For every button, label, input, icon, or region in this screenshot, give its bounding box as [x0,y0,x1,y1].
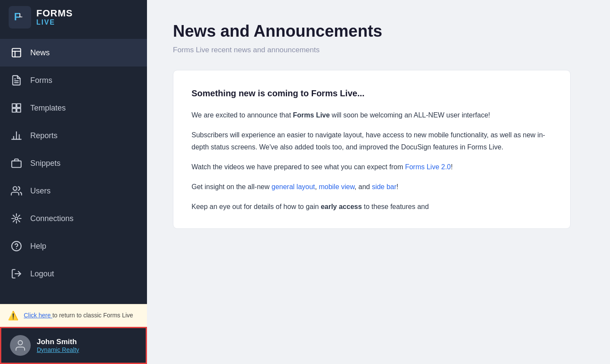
logo-container: F L FORMS LIVE [0,0,147,35]
help-icon [10,240,22,252]
sidebar-item-snippets-label: Snippets [30,159,61,168]
forms-icon [10,74,22,86]
user-profile[interactable]: John Smith Dynamic Realty [0,327,147,364]
sidebar-item-news[interactable]: News [0,39,147,66]
sidebar-item-users-label: Users [30,187,51,196]
user-name: John Smith [37,338,79,346]
article-para-4: Get insight on the all-new general layou… [192,181,552,193]
snippets-icon [10,157,22,169]
svg-rect-16 [12,161,21,168]
article-para5-post: to these features and [362,203,429,210]
article-para3-post: ! [451,163,453,171]
templates-icon [10,102,22,114]
sidebar: F L FORMS LIVE News [0,0,147,364]
side-bar-link[interactable]: side bar [372,183,396,190]
sidebar-item-logout[interactable]: Logout [0,260,147,288]
svg-point-22 [18,341,22,345]
article-para-2: Subscribers will experience an easier to… [192,129,552,153]
user-company[interactable]: Dynamic Realty [37,346,79,353]
article-para-3: Watch the videos we have prepared to see… [192,161,552,173]
sidebar-item-forms[interactable]: Forms [0,66,147,94]
logo-text: FORMS LIVE [36,8,73,26]
sidebar-item-snippets[interactable]: Snippets [0,149,147,177]
mobile-view-link[interactable]: mobile view [319,183,355,190]
news-icon [10,47,22,59]
svg-rect-10 [12,108,16,112]
warning-banner: ⚠️ Click here to return to classic Forms… [0,304,147,327]
sidebar-item-logout-label: Logout [30,269,54,279]
sidebar-item-help-label: Help [30,242,46,251]
article-body: We are excited to announce that Forms Li… [192,109,552,213]
sidebar-item-forms-label: Forms [30,76,52,85]
article-para4-pre: Get insight on the all-new [192,183,271,190]
sidebar-nav: News Forms [0,35,147,292]
article-para-1: We are excited to announce that Forms Li… [192,109,552,121]
logo-icon: F L [9,6,31,28]
svg-rect-8 [12,104,16,108]
user-info: John Smith Dynamic Realty [37,338,79,353]
sidebar-nav-wrapper[interactable]: News Forms [0,35,147,304]
article-para3-pre: Watch the videos we have prepared to see… [192,163,405,171]
sidebar-item-users[interactable]: Users [0,177,147,205]
sidebar-item-reports-label: Reports [30,131,57,140]
article-card: Something new is coming to Forms Live...… [173,70,571,229]
article-para1-post: will soon be welcoming an ALL-NEW user i… [330,111,490,119]
sidebar-item-reports[interactable]: Reports [0,122,147,149]
svg-rect-9 [17,104,21,108]
users-icon [10,185,22,197]
sidebar-item-connections-label: Connections [30,214,73,223]
general-layout-link[interactable]: general layout [271,183,315,190]
warning-icon: ⚠️ [8,310,19,321]
svg-point-17 [13,187,17,190]
svg-text:L: L [19,13,22,19]
logout-icon [10,268,22,280]
svg-rect-3 [12,48,21,57]
article-para1-pre: We are excited to announce that [192,111,293,119]
warning-message: to return to classic Forms Live [52,312,133,319]
article-para4-mid2: , and [355,183,372,190]
article-para-5: Keep an eye out for details of how to ga… [192,201,552,213]
reports-icon [10,130,22,142]
forms-live-2-link[interactable]: Forms Live 2.0 [405,163,451,171]
svg-point-18 [15,217,18,220]
article-early-access: early access [321,203,362,210]
logo-live-label: LIVE [36,19,73,26]
article-brand: Forms Live [293,111,330,119]
connections-icon [10,212,22,225]
article-headline: Something new is coming to Forms Live... [192,86,552,101]
sidebar-item-connections[interactable]: Connections [0,205,147,232]
main-content: News and Announcements Forms Live recent… [147,0,610,364]
article-para5-pre: Keep an eye out for details of how to ga… [192,203,321,210]
logo-forms-label: FORMS [36,8,73,19]
warning-link[interactable]: Click here [24,312,52,319]
page-title: News and Announcements [173,22,584,41]
warning-text: Click here to return to classic Forms Li… [24,311,133,320]
page-subtitle: Forms Live recent news and announcements [173,46,584,54]
sidebar-item-templates[interactable]: Templates [0,94,147,122]
sidebar-item-templates-label: Templates [30,104,66,113]
avatar [10,335,31,356]
svg-rect-11 [17,108,21,112]
article-para4-post: ! [396,183,398,190]
sidebar-item-news-label: News [30,48,50,57]
sidebar-item-help[interactable]: Help [0,232,147,260]
